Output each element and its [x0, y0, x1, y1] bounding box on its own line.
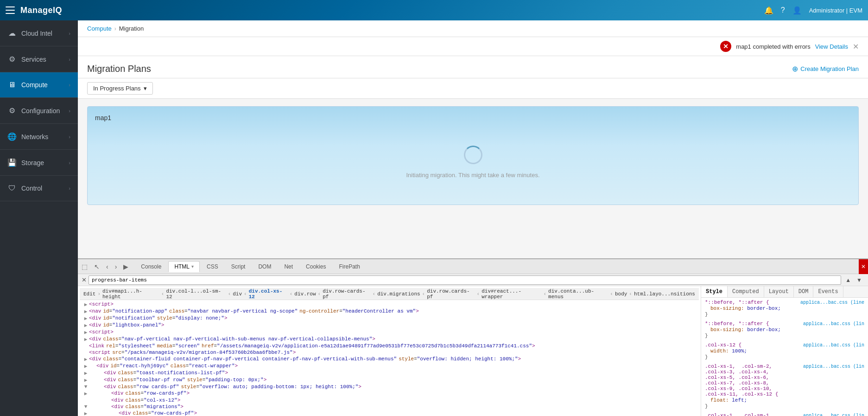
tab-css[interactable]: CSS: [201, 261, 224, 272]
sidebar-item-networks[interactable]: 🌐 Networks ›: [0, 124, 78, 150]
devtools-inspect-icon[interactable]: ⬚: [80, 262, 89, 271]
dt-bc-react-wrapper[interactable]: div#react...-wrapper: [482, 288, 541, 300]
tab-firepath[interactable]: FirePath: [333, 261, 366, 272]
dt-bc-container[interactable]: div.conta...ub-menus: [548, 288, 608, 300]
css-source[interactable]: applica...bac.css (lin: [803, 364, 864, 369]
tab-net[interactable]: Net: [278, 261, 299, 272]
user-icon[interactable]: 👤: [792, 6, 802, 15]
dt-bc-migrations[interactable]: div.migrations: [377, 291, 420, 297]
navbar-right: 🔔 ? 👤 Administrator | EVM: [764, 6, 862, 15]
css-source[interactable]: applica...bac.css (lin: [803, 321, 864, 326]
dt-bc-body[interactable]: body: [615, 291, 627, 297]
sidebar-item-configuration[interactable]: ⚙ Configuration ›: [0, 98, 78, 124]
code-line[interactable]: ▶ <nav id="notification-app" class="navb…: [82, 308, 697, 315]
tab-dom[interactable]: DOM: [252, 261, 277, 272]
code-line[interactable]: ▶ <div class="toolbar-pf row" style="pad…: [82, 377, 697, 384]
css-source[interactable]: applica...bac.css (lin: [803, 413, 864, 416]
dt-bc-map1[interactable]: div#map1...h-height: [102, 288, 159, 300]
toggle-icon[interactable]: ▶: [82, 315, 89, 321]
create-migration-link[interactable]: ⊕ Create Migration Plan: [792, 64, 859, 73]
dt-bc-edit[interactable]: Edit: [83, 291, 95, 297]
tab-html[interactable]: HTML ▾: [168, 261, 200, 272]
code-line[interactable]: ▶ <div class="row-cards-pf" >: [82, 390, 697, 397]
in-progress-plans-dropdown[interactable]: In Progress Plans ▾: [87, 82, 153, 95]
sidebar-item-cloud-intel[interactable]: ☁ Cloud Intel ›: [0, 20, 78, 46]
toggle-icon[interactable]: ▶: [82, 356, 89, 362]
css-property-line: box-sizing: border-box;: [705, 326, 864, 333]
dt-bc-col-xs-12[interactable]: div.col-xs-12: [249, 288, 288, 300]
devtools-search-input[interactable]: [89, 275, 841, 285]
search-prev-button[interactable]: ▲: [843, 276, 853, 284]
main-layout: ☁ Cloud Intel › ⚙ Services › 🖥 Compute ›…: [0, 20, 868, 416]
sidebar-item-services[interactable]: ⚙ Services ›: [0, 46, 78, 72]
code-line[interactable]: ▶ <div class="container-fluid container-…: [82, 356, 697, 363]
sidebar-item-control[interactable]: 🛡 Control ›: [0, 176, 78, 201]
sidebar-item-compute[interactable]: 🖥 Compute ›: [0, 72, 78, 98]
toggle-icon[interactable]: ▶: [82, 390, 89, 397]
code-line[interactable]: <div class="col-xs-12" >: [82, 397, 697, 403]
cloud-intel-icon: ☁: [7, 29, 17, 38]
error-view-details-link[interactable]: View Details: [815, 43, 848, 50]
tab-cookies[interactable]: Cookies: [300, 261, 332, 272]
html-code-view: ▶ <script> ▶ <nav id="notification-app" …: [80, 300, 699, 416]
toggle-icon[interactable]: ▶: [82, 377, 89, 383]
toggle-icon[interactable]: ▼: [82, 384, 89, 390]
dt-bc-html[interactable]: html.layo...nsitions: [634, 291, 695, 297]
dt-bc-row-cards-pf[interactable]: div.row-cards-pf: [323, 288, 370, 300]
sidebar-item-storage[interactable]: 💾 Storage ›: [0, 150, 78, 176]
code-line[interactable]: ▶ <script>: [82, 301, 697, 308]
code-line[interactable]: ▶ <script>: [82, 329, 697, 336]
toggle-icon[interactable]: ▶: [82, 329, 89, 335]
code-line[interactable]: <link rel="stylesheet" media="screen" hr…: [82, 343, 697, 349]
create-label: Create Migration Plan: [800, 65, 859, 72]
breadcrumb-parent-link[interactable]: Compute: [87, 25, 112, 32]
toggle-icon[interactable]: ▶: [82, 370, 89, 376]
toggle-icon[interactable]: ▶: [82, 301, 89, 307]
toggle-icon[interactable]: ▶: [82, 363, 89, 369]
tab-script[interactable]: Script: [225, 261, 252, 272]
notification-icon[interactable]: 🔔: [764, 6, 773, 15]
css-rule: *::before, *::after { applica...bac.css …: [705, 300, 864, 317]
toggle-icon[interactable]: ▶: [82, 336, 89, 342]
devtools-forward-icon[interactable]: ›: [113, 262, 119, 271]
css-source[interactable]: applica...bac.css (line: [800, 300, 864, 305]
devtools-execute-icon[interactable]: ▶: [121, 262, 130, 271]
sp-tab-computed[interactable]: Computed: [728, 286, 764, 297]
code-line[interactable]: ▶ <div id="react-hyhj69yc" class="react-…: [82, 363, 697, 370]
code-line[interactable]: <script src="/packs/manageiq-v2v/migrati…: [82, 349, 697, 356]
help-icon[interactable]: ?: [781, 6, 785, 14]
error-close-button[interactable]: ✕: [853, 42, 859, 51]
toggle-icon[interactable]: ▶: [82, 322, 89, 328]
search-close-icon[interactable]: ✕: [82, 276, 87, 283]
sp-tab-dom[interactable]: DOM: [794, 286, 814, 297]
css-rule: *::before, *::after { applica...bac.css …: [705, 321, 864, 339]
search-next-button[interactable]: ▼: [854, 276, 864, 284]
sp-tab-layout[interactable]: Layout: [764, 286, 794, 297]
hamburger-icon[interactable]: [6, 6, 15, 14]
sidebar-label-networks: Networks: [21, 133, 48, 141]
css-source[interactable]: applica...bac.css (lin: [803, 343, 864, 348]
toggle-icon[interactable]: ▶: [82, 308, 89, 314]
code-line[interactable]: ▼ <div class="migrations" >: [82, 403, 697, 410]
sp-tab-style[interactable]: Style: [701, 286, 728, 297]
code-line[interactable]: ▶ <div id="notification" style="display:…: [82, 315, 697, 322]
html-tab-dropdown[interactable]: ▾: [191, 264, 194, 269]
code-line[interactable]: ▶ <div id="lightbox-panel" >: [82, 322, 697, 329]
code-line[interactable]: ▶ <div class="toast-notifications-list-p…: [82, 370, 697, 377]
html-panel: Edit › div#map1...h-height ‹ div.col-l..…: [78, 286, 701, 416]
dt-bc-col-l[interactable]: div.col-l...ol-sm-12: [166, 288, 226, 300]
toggle-icon[interactable]: ▼: [82, 404, 89, 410]
code-line[interactable]: ▶ <div class="row-cards-pf" >: [82, 410, 697, 416]
code-line[interactable]: ▼ <div class="row cards-pf" style="overf…: [82, 384, 697, 390]
toggle-icon[interactable]: ▶: [82, 410, 89, 416]
tab-console[interactable]: Console: [135, 261, 167, 272]
dt-bc-div[interactable]: div: [233, 291, 242, 297]
code-line[interactable]: ▶ <div class="nav-pf-vertical nav-pf-ver…: [82, 336, 697, 343]
devtools-back-icon[interactable]: ‹: [104, 262, 110, 271]
dt-bc-row-cards-pf2[interactable]: div.row.cards-pf: [427, 288, 475, 300]
devtools-close-button[interactable]: ✕: [859, 259, 868, 274]
css-rule: .col-xs-1, .col-sm-2, .col-xs-3, .col-xs…: [705, 364, 864, 409]
dt-bc-row[interactable]: div.row: [294, 291, 316, 297]
sp-tab-events[interactable]: Events: [813, 286, 843, 297]
devtools-pointer-icon[interactable]: ↖: [92, 262, 101, 271]
